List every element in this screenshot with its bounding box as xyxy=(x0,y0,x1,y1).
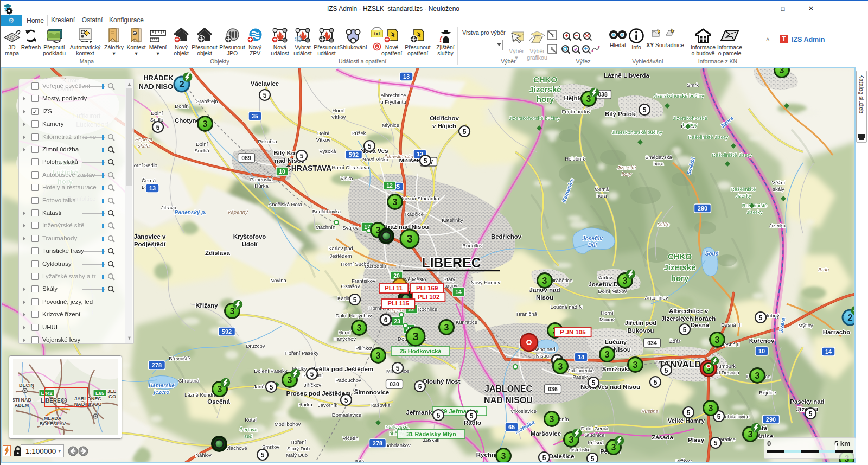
svg-text:3: 3 xyxy=(605,350,610,359)
svg-text:HRÁDEK: HRÁDEK xyxy=(143,74,174,82)
svg-text:E65: E65 xyxy=(95,391,104,396)
svg-text:Maršovice: Maršovice xyxy=(531,430,561,437)
svg-text:Bohdalovice: Bohdalovice xyxy=(722,413,750,419)
svg-text:Vlčetín: Vlčetín xyxy=(342,435,358,441)
svg-text:hory: hory xyxy=(537,94,554,104)
svg-text:3: 3 xyxy=(780,68,784,75)
svg-text:3: 3 xyxy=(542,276,547,285)
svg-text:Hrabětice: Hrabětice xyxy=(551,277,573,283)
svg-text:278: 278 xyxy=(152,362,162,368)
svg-text:STI NAD: STI NAD xyxy=(13,397,32,403)
svg-text:Nový Harcov: Nový Harcov xyxy=(471,279,501,285)
svg-text:3: 3 xyxy=(550,415,554,424)
svg-text:P JN 105: P JN 105 xyxy=(560,329,586,335)
svg-text:Údolí: Údolí xyxy=(242,241,258,247)
svg-text:NAD NISOU: NAD NISOU xyxy=(484,396,533,405)
svg-text:Karlov: Karlov xyxy=(598,275,612,281)
svg-text:5: 5 xyxy=(353,296,357,304)
svg-text:5: 5 xyxy=(683,326,687,334)
svg-text:Bedřichovka: Bedřichovka xyxy=(312,208,341,214)
svg-text:ABEM: ABEM xyxy=(15,403,29,408)
svg-text:Rašeliniště: Rašeliniště xyxy=(742,202,767,208)
svg-text:089: 089 xyxy=(241,155,251,161)
svg-text:Křižany: Křižany xyxy=(195,302,218,309)
svg-text:Andělská Hora: Andělská Hora xyxy=(269,201,303,207)
svg-text:5: 5 xyxy=(310,371,314,378)
svg-text:31 Rádelský Mlýn: 31 Rádelský Mlýn xyxy=(406,431,456,437)
svg-text:Františkov: Františkov xyxy=(352,278,375,284)
svg-text:hory: hory xyxy=(622,171,633,177)
svg-text:Dolní: Dolní xyxy=(317,130,330,136)
svg-text:Brdo: Brdo xyxy=(818,266,829,272)
svg-text:Vítkov: Vítkov xyxy=(331,114,346,120)
svg-text:Oldřichov: Oldřichov xyxy=(430,115,459,122)
svg-text:Harracho: Harracho xyxy=(823,329,851,335)
svg-text:Panenská: Panenská xyxy=(250,176,273,182)
svg-text:Krásná: Krásná xyxy=(588,439,604,445)
svg-text:3: 3 xyxy=(412,330,418,342)
svg-text:Plavy: Plavy xyxy=(688,437,705,443)
svg-text:290: 290 xyxy=(766,416,776,423)
svg-text:Vápenný: Vápenný xyxy=(227,209,248,215)
svg-text:Jizerské: Jizerské xyxy=(663,263,695,272)
svg-text:14: 14 xyxy=(455,289,462,295)
svg-text:Rašeliniště: Rašeliniště xyxy=(731,186,756,192)
svg-text:5: 5 xyxy=(270,384,273,391)
svg-text:3: 3 xyxy=(406,233,412,245)
svg-text:Malý Dub: Malý Dub xyxy=(286,452,308,458)
svg-text:Janovice v: Janovice v xyxy=(134,233,166,240)
svg-text:jezero: jezero xyxy=(153,389,170,395)
svg-text:Rejdice: Rejdice xyxy=(759,390,776,396)
svg-text:5: 5 xyxy=(300,152,304,160)
svg-text:Machnín: Machnín xyxy=(316,224,335,230)
svg-text:Velké Hamry: Velké Hamry xyxy=(668,417,705,424)
svg-text:Jizerka: Jizerka xyxy=(769,222,786,228)
svg-text:038: 038 xyxy=(598,91,608,98)
svg-text:Držkov: Držkov xyxy=(675,458,692,462)
svg-text:3: 3 xyxy=(748,430,753,439)
svg-text:Smědavská: Smědavská xyxy=(645,154,672,160)
svg-text:Hoření: Hoření xyxy=(291,439,307,445)
svg-text:Grabštejn: Grabštejn xyxy=(195,98,218,104)
svg-text:3: 3 xyxy=(357,323,362,333)
svg-text:Padouchov: Padouchov xyxy=(335,377,361,383)
svg-text:5: 5 xyxy=(759,314,763,322)
svg-text:5: 5 xyxy=(542,454,546,462)
svg-text:Svárov: Svárov xyxy=(342,225,359,231)
svg-text:Důl: Důl xyxy=(588,242,597,248)
svg-text:Žďár: Žďár xyxy=(669,338,680,344)
svg-text:Mlynice: Mlynice xyxy=(382,122,399,128)
svg-text:Růzodol I: Růzodol I xyxy=(365,263,386,269)
svg-text:Hraničná: Hraničná xyxy=(516,311,538,317)
svg-text:Jizerskohorské bučiny: Jizerskohorské bučiny xyxy=(509,115,560,121)
svg-text:Zdislava: Zdislava xyxy=(205,250,231,256)
svg-text:Studnice: Studnice xyxy=(585,432,605,438)
svg-text:Světlá pod Ještědem: Světlá pod Ještědem xyxy=(311,366,373,372)
svg-text:5: 5 xyxy=(809,410,813,418)
svg-text:6: 6 xyxy=(384,316,388,324)
svg-text:Zásada: Zásada xyxy=(652,434,673,441)
svg-text:10: 10 xyxy=(758,348,765,354)
svg-text:Maxov: Maxov xyxy=(599,316,615,322)
svg-text:Panenský p.: Panenský p. xyxy=(175,209,206,215)
svg-text:Chotyně: Chotyně xyxy=(175,117,200,124)
svg-text:278: 278 xyxy=(373,440,382,447)
svg-text:5: 5 xyxy=(470,412,474,420)
svg-text:Rašeliniště Jizery: Rašeliniště Jizery xyxy=(712,152,752,158)
svg-text:Souš: Souš xyxy=(705,251,719,257)
svg-text:Suchá: Suchá xyxy=(195,148,210,154)
svg-text:Smržov: Smržov xyxy=(262,444,279,450)
svg-text:Paseky: Paseky xyxy=(572,374,589,380)
svg-text:skála: skála xyxy=(138,143,150,149)
svg-text:Prosec pod Ještědem: Prosec pod Ještědem xyxy=(286,390,351,397)
svg-text:JEL: JEL xyxy=(107,388,117,394)
svg-text:5: 5 xyxy=(717,413,721,421)
svg-text:Jizerské: Jizerské xyxy=(529,85,561,94)
svg-text:v Hájích: v Hájích xyxy=(432,123,456,129)
svg-text:Černá: Černá xyxy=(142,177,156,183)
svg-text:Náhlov: Náhlov xyxy=(195,452,212,458)
svg-text:3: 3 xyxy=(393,198,398,207)
svg-text:3: 3 xyxy=(230,307,235,316)
svg-text:Holubník: Holubník xyxy=(565,156,585,162)
svg-text:NAD NISOU: NAD NISOU xyxy=(139,82,178,91)
